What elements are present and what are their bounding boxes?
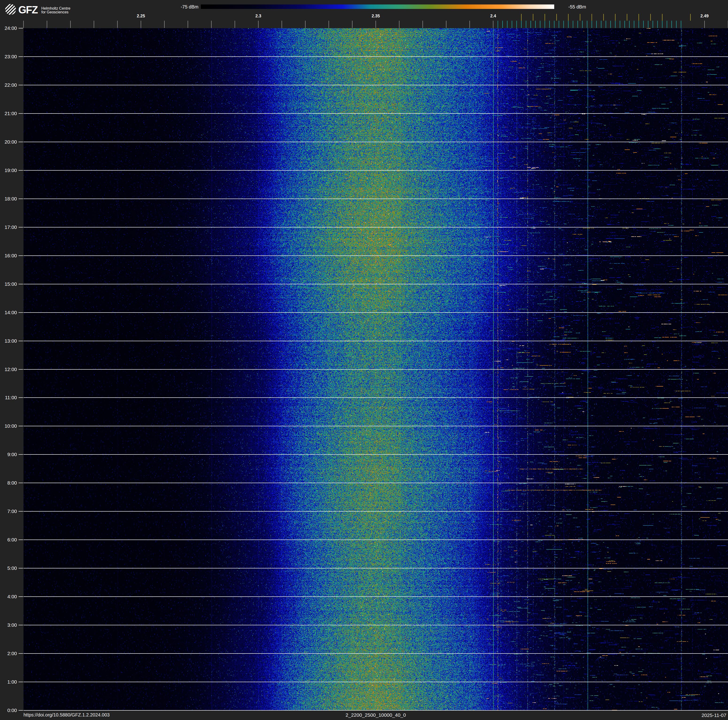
hour-gridline xyxy=(23,57,728,57)
ble-channel-tick xyxy=(559,21,559,28)
ble-channel-tick xyxy=(653,21,653,28)
ble-channel-tick xyxy=(643,21,644,28)
freq-tick xyxy=(446,21,447,28)
time-axis-label: 3:00 xyxy=(0,622,17,628)
time-axis-label: 5:00 xyxy=(0,565,17,571)
wifi-channel-tick xyxy=(650,14,651,21)
doi-url-label: https://doi.org/10.5880/GFZ.1.2.2024.003 xyxy=(23,712,110,718)
ble-channel-tick xyxy=(563,21,564,28)
ble-channel-tick xyxy=(502,21,503,28)
ble-channel-tick xyxy=(526,21,526,28)
hour-gridline xyxy=(23,369,728,370)
ble-channel-tick xyxy=(671,21,672,28)
time-axis-label: 8:00 xyxy=(0,480,17,486)
freq-axis-label: 2.35 xyxy=(372,14,380,18)
time-tick xyxy=(18,369,23,370)
time-axis-label: 20:00 xyxy=(0,139,17,145)
hour-gridline xyxy=(23,682,728,682)
ble-channel-tick xyxy=(648,21,648,28)
ble-channel-tick xyxy=(540,21,540,28)
wifi-channel-tick xyxy=(580,14,580,21)
freq-tick xyxy=(47,21,47,28)
time-tick xyxy=(18,539,23,540)
hour-gridline xyxy=(23,256,728,256)
time-tick xyxy=(18,57,23,57)
ble-channel-tick xyxy=(592,21,592,28)
hour-gridline xyxy=(23,625,728,625)
wifi-channel-tick xyxy=(690,14,691,21)
freq-tick xyxy=(258,21,258,28)
time-tick xyxy=(18,568,23,568)
ble-channel-tick xyxy=(639,21,639,28)
hour-gridline xyxy=(23,568,728,568)
hour-gridline xyxy=(23,312,728,313)
ble-channel-tick xyxy=(657,21,658,28)
ble-channel-tick xyxy=(601,21,601,28)
freq-axis-label: 2.3 xyxy=(255,14,261,18)
freq-axis-label: 2.25 xyxy=(137,14,145,18)
time-axis-label: 4:00 xyxy=(0,594,17,600)
ble-channel-tick xyxy=(554,21,554,28)
time-axis-label: 9:00 xyxy=(0,451,17,458)
hour-gridline xyxy=(23,539,728,540)
hour-gridline xyxy=(23,284,728,284)
time-axis-label: 7:00 xyxy=(0,508,17,515)
time-axis-label: 17:00 xyxy=(0,224,17,230)
time-tick xyxy=(18,483,23,483)
time-axis-label: 2:00 xyxy=(0,650,17,657)
time-tick xyxy=(18,284,23,284)
time-tick xyxy=(18,312,23,313)
ble-channel-tick xyxy=(535,21,536,28)
freq-tick xyxy=(399,21,399,28)
ble-channel-tick xyxy=(681,21,681,28)
hour-gridline xyxy=(23,483,728,483)
ble-channel-tick xyxy=(620,21,620,28)
hour-gridline xyxy=(23,454,728,455)
hour-gridline xyxy=(23,341,728,341)
time-axis-label: 22:00 xyxy=(0,82,17,88)
time-tick xyxy=(18,710,23,711)
ble-channel-tick xyxy=(606,21,606,28)
time-tick xyxy=(18,682,23,682)
freq-tick xyxy=(281,21,282,28)
ble-channel-tick xyxy=(544,21,545,28)
hour-gridline xyxy=(23,85,728,85)
ble-channel-tick xyxy=(516,21,517,28)
time-axis-label: 1:00 xyxy=(0,679,17,685)
time-tick xyxy=(18,397,23,398)
freq-tick xyxy=(470,21,470,28)
wifi-channel-tick xyxy=(568,14,569,21)
freq-tick xyxy=(422,21,423,28)
wifi-channel-tick xyxy=(556,14,557,21)
time-tick xyxy=(18,256,23,256)
freq-tick xyxy=(305,21,306,28)
wifi-channel-tick xyxy=(521,14,522,21)
freq-tick xyxy=(117,21,118,28)
hour-gridline xyxy=(23,710,728,711)
ble-channel-tick xyxy=(578,21,578,28)
time-tick xyxy=(18,454,23,455)
freq-tick xyxy=(376,21,376,28)
time-axis-label: 13:00 xyxy=(0,338,17,344)
time-axis-label: 10:00 xyxy=(0,423,17,429)
freq-axis-label: 2.49 xyxy=(700,14,708,18)
ble-channel-tick xyxy=(531,21,531,28)
freq-tick xyxy=(352,21,352,28)
ble-channel-tick xyxy=(676,21,677,28)
freq-tick xyxy=(704,21,705,28)
hour-gridline xyxy=(23,199,728,199)
freq-tick xyxy=(235,21,235,28)
hour-gridline xyxy=(23,596,728,597)
ble-channel-tick xyxy=(615,21,615,28)
dataset-id-label: 2_2200_2500_10000_40_0 xyxy=(346,712,406,718)
spectrogram-report-page: GFZ Helmholtz Centre for Geosciences -75… xyxy=(0,0,728,720)
time-tick xyxy=(18,341,23,341)
freq-tick xyxy=(188,21,188,28)
freq-tick xyxy=(211,21,212,28)
freq-tick xyxy=(70,21,71,28)
ble-channel-tick xyxy=(549,21,550,28)
freq-tick xyxy=(94,21,94,28)
wifi-channel-tick xyxy=(592,14,592,21)
ble-channel-tick xyxy=(582,21,583,28)
freq-tick xyxy=(164,21,165,28)
